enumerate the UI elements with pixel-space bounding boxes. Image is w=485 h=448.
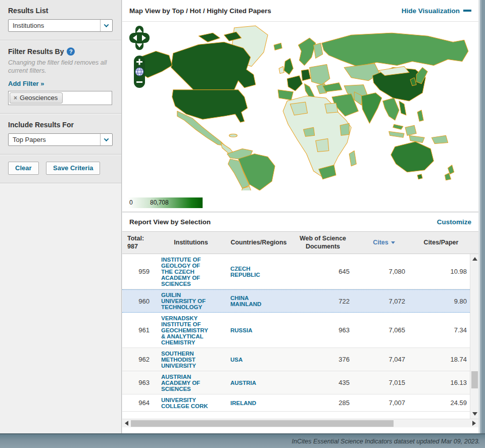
table-header-row: Total: 987 Institutions Countries/Region… <box>122 231 478 254</box>
country-canada[interactable] <box>171 42 256 90</box>
column-institutions[interactable]: Institutions <box>155 239 227 247</box>
hide-visualization-link[interactable]: Hide Visualization <box>402 7 471 15</box>
include-results-section: Include Results For Top Papers <box>0 114 121 155</box>
institution-link[interactable]: VERNADSKY INSTITUTE OF GEOCHEMISTRY & AN… <box>155 313 227 348</box>
island-tasmania[interactable] <box>417 174 422 179</box>
customize-link[interactable]: Customize <box>437 218 471 226</box>
include-results-select[interactable]: Top Papers <box>8 133 113 146</box>
map-zoom-control[interactable] <box>134 56 145 88</box>
scroll-up-icon[interactable] <box>472 257 477 261</box>
vertical-scrollbar[interactable] <box>470 254 478 419</box>
column-cites-sorted[interactable]: Cites <box>356 239 412 247</box>
wos-documents-value: 376 <box>290 353 356 366</box>
country-finland[interactable] <box>314 43 323 58</box>
table-row[interactable]: 963 AUSTRIAN ACADEMY OF SCIENCES AUSTRIA… <box>122 371 470 394</box>
country-ethiopia-kenya[interactable] <box>340 123 349 135</box>
country-egypt[interactable] <box>325 103 338 113</box>
country-japan[interactable] <box>416 68 427 84</box>
island-borneo[interactable] <box>405 125 416 135</box>
scroll-left-icon[interactable] <box>125 421 128 426</box>
institution-link[interactable]: GUILIN UNIVERSITY OF TECHNOLOGY <box>155 289 227 313</box>
country-link[interactable]: USA <box>227 354 290 365</box>
country-russia[interactable] <box>322 33 468 66</box>
table-row[interactable]: 962 SOUTHERN METHODIST UNIVERSITY USA 37… <box>122 348 470 371</box>
include-results-dropdown-button[interactable] <box>100 134 112 145</box>
table-row[interactable]: 959 INSTITUTE OF GEOLOGY OF THE CZECH AC… <box>122 254 470 289</box>
country-iceland[interactable] <box>274 43 282 50</box>
wos-documents-value: 645 <box>290 265 356 278</box>
country-india[interactable] <box>361 93 381 123</box>
map-pan-control[interactable] <box>129 26 150 50</box>
cites-value: 7,072 <box>356 295 412 308</box>
country-ireland[interactable] <box>279 67 284 74</box>
column-cites-per-paper[interactable]: Cites/Paper <box>412 239 470 247</box>
sort-descending-icon <box>391 241 395 244</box>
horizontal-scrollbar[interactable] <box>122 419 478 427</box>
column-wos-documents[interactable]: Web of Science Documents <box>290 235 356 251</box>
country-turkey[interactable] <box>323 83 342 92</box>
remove-tag-icon[interactable]: × <box>14 94 17 102</box>
filter-heading-label: Filter Results By <box>8 47 64 56</box>
cites-per-paper-value: 9.80 <box>412 295 470 308</box>
country-germany[interactable] <box>302 70 311 81</box>
world-map[interactable]: 0 80,708 <box>122 22 478 212</box>
sidebar: Results List Institutions Filter Results… <box>0 0 122 433</box>
eastern-europe[interactable] <box>310 65 330 85</box>
arctic-island[interactable] <box>199 33 220 42</box>
table-row[interactable]: 961 VERNADSKY INSTITUTE OF GEOCHEMISTRY … <box>122 313 470 348</box>
results-list-select[interactable]: Institutions <box>8 19 113 32</box>
cites-per-paper-value: 18.74 <box>412 353 470 366</box>
country-link[interactable]: IRELAND <box>227 397 290 409</box>
table-body: 959 INSTITUTE OF GEOLOGY OF THE CZECH AC… <box>122 254 478 419</box>
country-drc[interactable] <box>316 138 329 152</box>
country-vietnam[interactable] <box>399 101 406 115</box>
cites-per-paper-value: 7.34 <box>412 324 470 336</box>
clear-button[interactable]: Clear <box>8 162 39 175</box>
institution-link[interactable]: SOUTHERN METHODIST UNIVERSITY <box>155 348 227 371</box>
country-link[interactable]: CZECH REPUBLIC <box>227 263 290 280</box>
filter-tag-geosciences[interactable]: × Geosciences <box>10 92 63 104</box>
table-row[interactable]: 964 UNIVERSITY COLLEGE CORK IRELAND 285 … <box>122 394 470 412</box>
southeast-asia[interactable] <box>383 98 399 120</box>
row-rank: 963 <box>122 376 155 389</box>
scroll-down-icon[interactable] <box>472 412 477 416</box>
horizontal-scroll-thumb[interactable] <box>131 420 394 427</box>
cites-per-paper-value: 24.59 <box>412 396 470 409</box>
country-spain[interactable] <box>278 90 293 100</box>
island-new-guinea[interactable] <box>431 135 448 143</box>
country-indonesia[interactable] <box>389 131 404 137</box>
column-countries-regions[interactable]: Countries/Regions <box>227 239 290 247</box>
country-philippines[interactable] <box>417 110 423 121</box>
vertical-scroll-thumb[interactable] <box>471 371 478 388</box>
help-icon[interactable]: ? <box>67 47 75 56</box>
add-filter-link[interactable]: Add Filter » <box>8 80 44 87</box>
country-link[interactable]: CHINA MAINLAND <box>227 292 290 310</box>
map-controls <box>129 26 151 90</box>
chevron-down-icon <box>104 136 109 141</box>
institution-link[interactable]: AUSTRIAN ACADEMY OF SCIENCES <box>155 371 227 394</box>
cites-value: 7,007 <box>356 396 412 409</box>
results-list-selected-value: Institutions <box>9 20 100 31</box>
country-cuba[interactable] <box>229 134 237 137</box>
scroll-right-icon[interactable] <box>472 421 476 426</box>
chevron-down-icon <box>104 22 109 27</box>
institution-link[interactable]: UNIVERSITY COLLEGE CORK <box>155 394 227 412</box>
country-australia[interactable] <box>391 141 434 172</box>
country-indonesia-east[interactable] <box>409 135 424 142</box>
country-uk[interactable] <box>284 58 293 74</box>
country-madagascar[interactable] <box>349 151 356 166</box>
map-view-title: Map View by Top / Hot / Highly Cited Pap… <box>129 7 271 15</box>
country-link[interactable]: AUSTRIA <box>227 377 290 388</box>
institution-link[interactable]: INSTITUTE OF GEOLOGY OF THE CZECH ACADEM… <box>155 254 227 289</box>
globe-icon <box>135 68 143 76</box>
country-new-zealand-north[interactable] <box>448 165 454 174</box>
country-link[interactable]: RUSSIA <box>227 325 290 336</box>
country-norway-sweden[interactable] <box>298 38 315 65</box>
results-list-dropdown-button[interactable] <box>100 20 112 31</box>
save-criteria-button[interactable]: Save Criteria <box>46 162 101 175</box>
wos-documents-value: 963 <box>290 324 356 336</box>
choropleth-world-map[interactable] <box>122 22 478 190</box>
table-row-selected[interactable]: 960 GUILIN UNIVERSITY OF TECHNOLOGY CHIN… <box>122 289 470 313</box>
country-france[interactable] <box>287 76 302 91</box>
country-malaysia[interactable] <box>393 124 403 129</box>
